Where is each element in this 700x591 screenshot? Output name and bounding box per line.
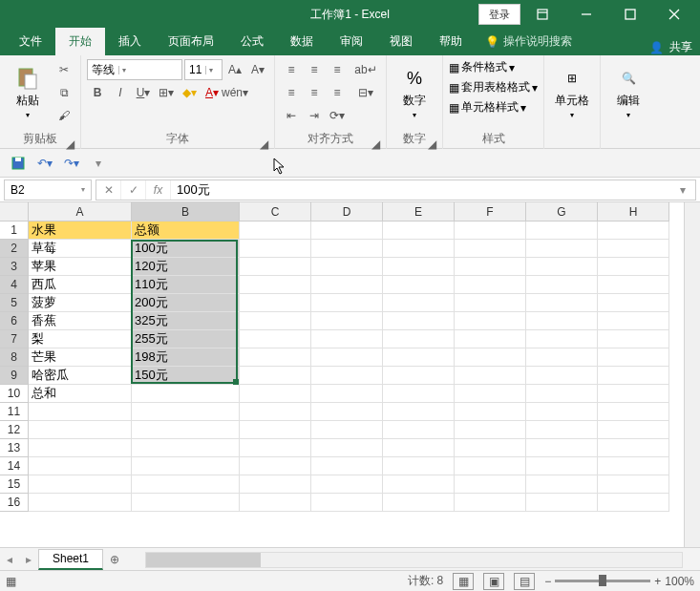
- login-button[interactable]: 登录: [478, 4, 520, 25]
- cell-G8[interactable]: [526, 348, 598, 367]
- cell-G10[interactable]: [526, 385, 598, 403]
- cell-F4[interactable]: [455, 276, 526, 294]
- cell-E7[interactable]: [383, 330, 455, 348]
- maximize-button[interactable]: [608, 0, 652, 29]
- row-header-15[interactable]: 15: [0, 475, 29, 494]
- font-name-select[interactable]: 等线▾: [87, 59, 182, 80]
- cell-C5[interactable]: [240, 294, 311, 312]
- cell-D15[interactable]: [311, 475, 383, 494]
- cell-D1[interactable]: [311, 222, 383, 240]
- cell-G14[interactable]: [526, 457, 598, 475]
- cell-H1[interactable]: [598, 222, 669, 240]
- copy-button[interactable]: ⧉: [53, 82, 74, 103]
- cell-E10[interactable]: [383, 385, 455, 403]
- row-header-8[interactable]: 8: [0, 348, 29, 367]
- cell-G1[interactable]: [526, 222, 598, 240]
- row-header-12[interactable]: 12: [0, 421, 29, 439]
- cell-C12[interactable]: [240, 421, 311, 439]
- cell-F1[interactable]: [455, 222, 526, 240]
- cell-G3[interactable]: [526, 258, 598, 276]
- cell-C16[interactable]: [240, 494, 311, 512]
- zoom-in-button[interactable]: +: [654, 575, 661, 588]
- tab-help[interactable]: 帮助: [426, 28, 476, 55]
- cell-C10[interactable]: [240, 385, 311, 403]
- cell-B8[interactable]: 198元: [132, 348, 240, 367]
- fill-color-button[interactable]: ◆▾: [179, 82, 200, 103]
- cell-H10[interactable]: [598, 385, 669, 403]
- cell-H3[interactable]: [598, 258, 669, 276]
- cell-B11[interactable]: [132, 403, 240, 421]
- dialog-launcher-icon[interactable]: ◢: [65, 137, 74, 147]
- cell-C7[interactable]: [240, 330, 311, 348]
- cell-B5[interactable]: 200元: [132, 294, 240, 312]
- dialog-launcher-icon[interactable]: ◢: [427, 137, 436, 147]
- cell-E5[interactable]: [383, 294, 455, 312]
- cell-F3[interactable]: [455, 258, 526, 276]
- font-color-button[interactable]: A▾: [202, 82, 223, 103]
- editing-button[interactable]: 🔍编辑▾: [606, 59, 650, 126]
- cell-B15[interactable]: [132, 475, 240, 494]
- ribbon-display-button[interactable]: [520, 0, 564, 29]
- cell-E14[interactable]: [383, 457, 455, 475]
- minimize-button[interactable]: [564, 0, 608, 29]
- cell-E4[interactable]: [383, 276, 455, 294]
- zoom-slider[interactable]: [555, 580, 650, 582]
- cell-B12[interactable]: [132, 421, 240, 439]
- tab-home[interactable]: 开始: [55, 28, 105, 55]
- vertical-scrollbar[interactable]: [684, 202, 700, 547]
- dialog-launcher-icon[interactable]: ◢: [371, 137, 380, 147]
- zoom-level[interactable]: 100%: [665, 575, 694, 588]
- cell-A5[interactable]: 菠萝: [29, 294, 132, 312]
- merge-button[interactable]: ⊟▾: [351, 82, 380, 103]
- cell-C3[interactable]: [240, 258, 311, 276]
- column-headers[interactable]: ABCDEFGH: [29, 202, 669, 222]
- cell-D5[interactable]: [311, 294, 383, 312]
- cell-H8[interactable]: [598, 348, 669, 367]
- row-header-9[interactable]: 9: [0, 367, 29, 385]
- wrap-text-button[interactable]: ab↵: [351, 59, 380, 80]
- row-headers[interactable]: 12345678910111213141516: [0, 222, 29, 547]
- cell-E3[interactable]: [383, 258, 455, 276]
- sheet-nav-prev[interactable]: ◂: [0, 548, 19, 570]
- cell-H7[interactable]: [598, 330, 669, 348]
- dialog-launcher-icon[interactable]: ◢: [259, 137, 268, 147]
- spreadsheet-grid[interactable]: ABCDEFGH 12345678910111213141516 水果总额草莓1…: [0, 202, 700, 547]
- close-button[interactable]: [652, 0, 696, 29]
- cell-H12[interactable]: [598, 421, 669, 439]
- cell-E15[interactable]: [383, 475, 455, 494]
- orientation-button[interactable]: ⟳▾: [327, 105, 348, 126]
- cell-G16[interactable]: [526, 494, 598, 512]
- col-header-G[interactable]: G: [526, 202, 598, 222]
- cell-C9[interactable]: [240, 367, 311, 385]
- cell-H16[interactable]: [598, 494, 669, 512]
- sheet-tab[interactable]: Sheet1: [38, 549, 103, 570]
- row-header-14[interactable]: 14: [0, 457, 29, 475]
- border-button[interactable]: ⊞▾: [156, 82, 177, 103]
- cell-F8[interactable]: [455, 348, 526, 367]
- cell-F14[interactable]: [455, 457, 526, 475]
- align-top-button[interactable]: ≡: [281, 59, 302, 80]
- tab-insert[interactable]: 插入: [105, 28, 155, 55]
- tab-review[interactable]: 审阅: [327, 28, 376, 55]
- cell-C14[interactable]: [240, 457, 311, 475]
- cell-E9[interactable]: [383, 367, 455, 385]
- cell-H15[interactable]: [598, 475, 669, 494]
- cell-E13[interactable]: [383, 439, 455, 457]
- cell-G2[interactable]: [526, 240, 598, 258]
- cell-A15[interactable]: [29, 475, 132, 494]
- cell-A14[interactable]: [29, 457, 132, 475]
- cell-A6[interactable]: 香蕉: [29, 312, 132, 330]
- cell-H5[interactable]: [598, 294, 669, 312]
- page-layout-view-button[interactable]: ▣: [483, 573, 504, 590]
- indent-increase-button[interactable]: ⇥: [304, 105, 325, 126]
- name-box[interactable]: B2▾: [4, 179, 92, 201]
- cell-D7[interactable]: [311, 330, 383, 348]
- cell-G6[interactable]: [526, 312, 598, 330]
- cell-G12[interactable]: [526, 421, 598, 439]
- cell-D16[interactable]: [311, 494, 383, 512]
- col-header-H[interactable]: H: [598, 202, 669, 222]
- row-header-10[interactable]: 10: [0, 385, 29, 403]
- row-header-11[interactable]: 11: [0, 403, 29, 421]
- qat-customize-button[interactable]: ▾: [88, 153, 109, 174]
- cell-D3[interactable]: [311, 258, 383, 276]
